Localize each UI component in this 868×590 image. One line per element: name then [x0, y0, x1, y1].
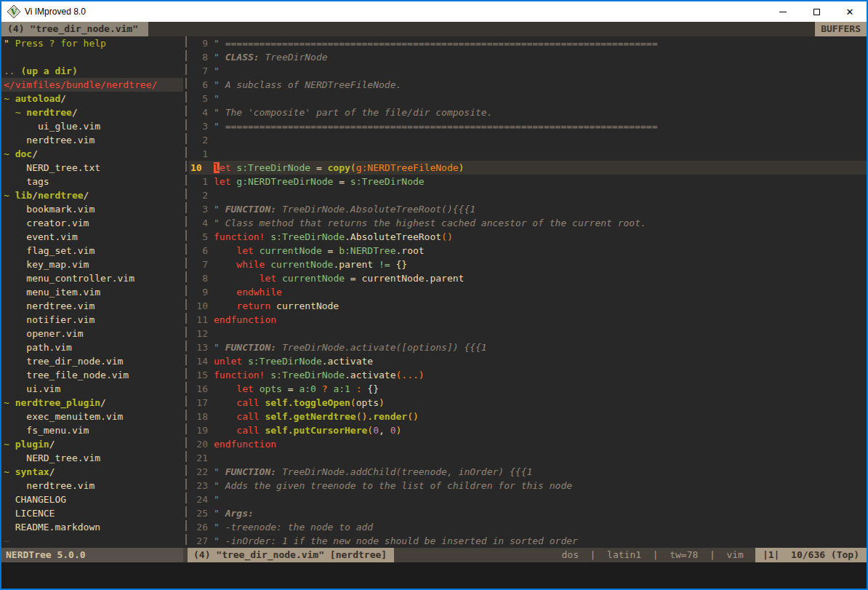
tree-file-bookmark[interactable]: bookmark.vim: [1, 202, 183, 216]
tree-file-tree-dir-node[interactable]: tree_dir_node.vim: [1, 354, 183, 368]
tree-file-readme[interactable]: README.markdown: [1, 520, 183, 534]
tree-root[interactable]: </vimfiles/bundle/nerdtree/: [1, 78, 183, 92]
tree-file-flag-set[interactable]: flag_set.vim: [1, 244, 183, 258]
text-segment: let: [236, 383, 253, 394]
code-panel[interactable]: 9" =====================================…: [189, 36, 867, 548]
code-line[interactable]: 18 call self.getNerdtree().render(): [189, 410, 867, 423]
tree-up-a-dir[interactable]: .. (up a dir): [1, 64, 183, 78]
text-segment: menu_controller.vim: [4, 273, 134, 284]
tree-file-nerdtree2[interactable]: nerdtree.vim: [1, 299, 183, 313]
code-line[interactable]: 14unlet s:TreeDirNode.activate: [189, 354, 867, 368]
text-segment: ": [214, 494, 220, 505]
tree-blank[interactable]: [1, 50, 183, 64]
code-line[interactable]: 11endfunction: [189, 313, 867, 327]
tree-dir-autoload[interactable]: ~ autoload/: [1, 92, 183, 105]
tree-help-line[interactable]: " Press ? for help: [1, 36, 183, 50]
code-line[interactable]: 7": [189, 64, 867, 78]
code-line[interactable]: 26" -treenode: the node to add: [189, 520, 867, 534]
tree-file-nerdtree-vim[interactable]: nerdtree.vim: [1, 133, 183, 147]
tree-file-menu-item[interactable]: menu_item.vim: [1, 285, 183, 299]
tree-dir-lib-nerdtree[interactable]: ~ lib/nerdtree/: [1, 188, 183, 202]
code-line[interactable]: 4" Class method that returns the highest…: [189, 216, 867, 230]
tree-file-opener[interactable]: opener.vim: [1, 327, 183, 340]
code-line[interactable]: 16 let opts = a:0 ? a:1 : {}: [189, 382, 867, 396]
tree-file-tree-file-node[interactable]: tree_file_node.vim: [1, 368, 183, 382]
text-segment: nerdtree.vim: [4, 135, 95, 145]
tree-file-notifier[interactable]: notifier.vim: [1, 313, 183, 327]
code-line[interactable]: 5function! s:TreeDirNode.AbsoluteTreeRoo…: [189, 230, 867, 244]
code-line[interactable]: 5": [189, 92, 867, 105]
tree-file-creator[interactable]: creator.vim: [1, 216, 183, 230]
tree-file-menu-controller[interactable]: menu_controller.vim: [1, 271, 183, 285]
text-segment: 0: [373, 425, 379, 436]
window-separator[interactable]: [183, 36, 189, 548]
close-button[interactable]: ✕: [833, 1, 867, 22]
code-text: let currentNode = b:NERDTree.root: [208, 244, 867, 258]
code-line[interactable]: 21: [189, 451, 867, 465]
code-line[interactable]: 19 call self.putCursorHere(0, 0): [189, 423, 867, 437]
code-line[interactable]: 17 call self.toggleOpen(opts): [189, 396, 867, 410]
code-line[interactable]: 6" A subclass of NERDTreeFileNode.: [189, 78, 867, 92]
text-segment: =: [322, 245, 339, 256]
tree-dir-nerdtree-plugin[interactable]: ~ nerdtree_plugin/: [1, 396, 183, 410]
tree-file-tags[interactable]: tags: [1, 175, 183, 188]
tree-file-fs-menu[interactable]: fs_menu.vim: [1, 423, 183, 437]
code-line[interactable]: 7 while currentNode.parent != {}: [189, 258, 867, 271]
vim-icon: V: [7, 5, 20, 18]
code-line[interactable]: 27" -inOrder: 1 if the new node should b…: [189, 534, 867, 548]
tree-file-nerdtree3[interactable]: nerdtree.vim: [1, 479, 183, 493]
tree-dir-doc[interactable]: ~ doc/: [1, 147, 183, 161]
code-line[interactable]: 10let s:TreeDirNode = copy(g:NERDTreeFil…: [189, 161, 867, 175]
tree-file-licence[interactable]: LICENCE: [1, 506, 183, 520]
tree-dir-autoload-nerdtree[interactable]: ~ nerdtree/: [1, 105, 183, 119]
code-line[interactable]: 24": [189, 493, 867, 506]
line-number: 9: [189, 285, 208, 299]
code-line[interactable]: 12: [189, 327, 867, 340]
code-line[interactable]: 3" FUNCTION: TreeDirNode.AbsoluteTreeRoo…: [189, 202, 867, 216]
code-line[interactable]: 15function! s:TreeDirNode.activate(...): [189, 368, 867, 382]
code-line[interactable]: 8 let currentNode = currentNode.parent: [189, 271, 867, 285]
code-line[interactable]: 22" FUNCTION: TreeDirNode.addChild(treen…: [189, 465, 867, 479]
text-segment: =: [282, 383, 299, 394]
text-segment: fs_menu.vim: [4, 425, 89, 436]
code-line[interactable]: 6 let currentNode = b:NERDTree.root: [189, 244, 867, 258]
code-text: while currentNode.parent != {}: [208, 258, 867, 271]
tree-file-path[interactable]: path.vim: [1, 340, 183, 354]
code-line[interactable]: 20endfunction: [189, 437, 867, 451]
text-segment: [4, 107, 15, 118]
tree-dir-syntax[interactable]: ~ syntax/: [1, 465, 183, 479]
code-line[interactable]: 2: [189, 133, 867, 147]
tree-file-key-map[interactable]: key_map.vim: [1, 258, 183, 271]
code-line[interactable]: 9 endwhile: [189, 285, 867, 299]
code-line[interactable]: 13" FUNCTION: TreeDirNode.activate([opti…: [189, 340, 867, 354]
command-line[interactable]: [1, 562, 867, 589]
code-line[interactable]: 10 return currentNode: [189, 299, 867, 313]
code-line[interactable]: 1let g:NERDTreeDirNode = s:TreeDirNode: [189, 175, 867, 188]
text-segment: doc: [15, 148, 32, 159]
tree-file-nerd-tree-txt[interactable]: NERD_tree.txt: [1, 161, 183, 175]
text-segment: NERD_tree.vim: [4, 453, 100, 463]
tree-file-ui[interactable]: ui.vim: [1, 382, 183, 396]
tree-file-nerd-tree-vim[interactable]: NERD_tree.vim: [1, 451, 183, 465]
maximize-button[interactable]: [800, 1, 833, 22]
text-segment: (): [407, 411, 419, 422]
tree-file-changelog[interactable]: CHANGELOG: [1, 493, 183, 506]
minimize-button[interactable]: [766, 1, 800, 22]
code-line[interactable]: 23" Adds the given treenode to the list …: [189, 479, 867, 493]
tab-tree-dir-node[interactable]: (4) "tree_dir_node.vim": [1, 22, 148, 36]
text-segment: self.getNerdtree: [265, 411, 355, 422]
code-line[interactable]: 1: [189, 147, 867, 161]
text-segment: ": [214, 466, 225, 477]
tree-file-exec-menuitem[interactable]: exec_menuitem.vim: [1, 410, 183, 423]
code-line[interactable]: 25" Args:: [189, 506, 867, 520]
line-number: 11: [189, 313, 208, 327]
code-line[interactable]: 4" The 'composite' part of the file/dir …: [189, 105, 867, 119]
code-line[interactable]: 8" CLASS: TreeDirNode: [189, 50, 867, 64]
tree-file-event[interactable]: event.vim: [1, 230, 183, 244]
code-line[interactable]: 2: [189, 188, 867, 202]
code-line[interactable]: 9" =====================================…: [189, 36, 867, 50]
tree-file-ui-glue[interactable]: ui_glue.vim: [1, 119, 183, 133]
code-line[interactable]: 3" =====================================…: [189, 119, 867, 133]
text-segment: [350, 383, 356, 394]
tree-dir-plugin[interactable]: ~ plugin/: [1, 437, 183, 451]
